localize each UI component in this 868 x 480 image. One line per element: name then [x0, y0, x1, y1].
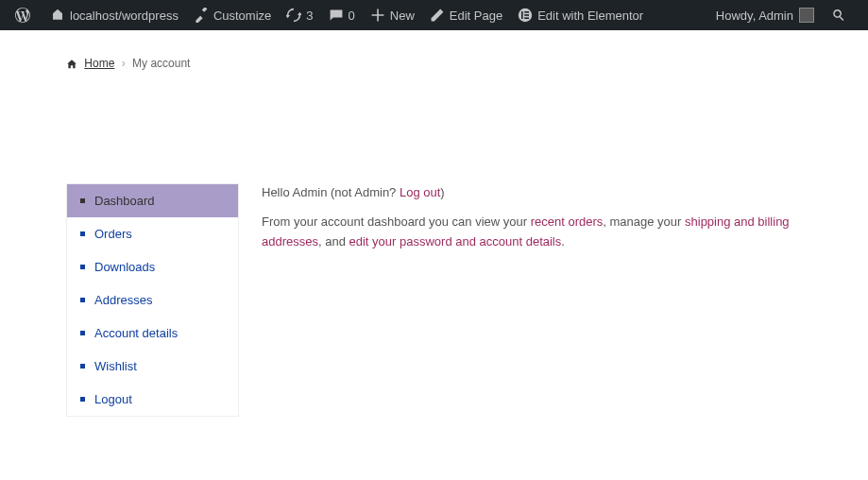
- nav-item-dashboard[interactable]: Dashboard: [67, 184, 238, 217]
- bullet-icon: [80, 298, 85, 302]
- nav-item-label: Orders: [94, 227, 132, 241]
- nav-item-label: Dashboard: [94, 194, 155, 208]
- bullet-icon: [80, 198, 85, 203]
- howdy-label: Howdy, Admin: [716, 9, 793, 23]
- breadcrumb: Home › My account: [66, 49, 802, 98]
- logout-link[interactable]: Log out: [400, 185, 440, 199]
- edit-page-link[interactable]: Edit Page: [422, 0, 510, 30]
- update-icon: [286, 8, 301, 23]
- intro-d: .: [561, 234, 565, 249]
- breadcrumb-sep: ›: [122, 57, 126, 70]
- home-icon: [66, 59, 77, 70]
- elementor-label: Edit with Elementor: [537, 9, 643, 23]
- search-icon: [829, 6, 848, 25]
- account-content: DashboardOrdersDownloadsAddressesAccount…: [66, 98, 802, 417]
- elementor-icon: [518, 8, 533, 23]
- bullet-icon: [80, 231, 85, 236]
- dashboard-intro: From your account dashboard you can view…: [262, 213, 802, 252]
- nav-item-downloads[interactable]: Downloads: [67, 250, 238, 283]
- greeting-text: Hello Admin (not Admin? Log out): [262, 183, 802, 203]
- nav-item-addresses[interactable]: Addresses: [67, 283, 238, 317]
- svg-rect-1: [521, 11, 523, 19]
- my-account[interactable]: Howdy, Admin: [708, 0, 822, 30]
- bullet-icon: [80, 397, 85, 402]
- plus-icon: [370, 8, 385, 23]
- customize-label: Customize: [213, 9, 271, 23]
- nav-item-orders[interactable]: Orders: [67, 217, 238, 250]
- greeting-pre: Hello Admin (not Admin?: [262, 185, 400, 199]
- greeting-post: ): [440, 185, 444, 199]
- brush-icon: [194, 8, 209, 23]
- updates-link[interactable]: 3: [279, 0, 320, 30]
- bullet-icon: [80, 331, 85, 335]
- site-name-label: localhost/wordpress: [70, 9, 179, 23]
- nav-item-label: Logout: [94, 392, 132, 406]
- comment-icon: [329, 8, 344, 23]
- account-details-link[interactable]: edit your password and account details: [349, 234, 562, 249]
- svg-rect-2: [524, 11, 529, 13]
- recent-orders-link[interactable]: recent orders: [531, 214, 604, 229]
- comments-link[interactable]: 0: [321, 0, 363, 30]
- elementor-link[interactable]: Edit with Elementor: [510, 0, 651, 30]
- bullet-icon: [80, 364, 85, 369]
- account-nav: DashboardOrdersDownloadsAddressesAccount…: [66, 183, 239, 417]
- page-body: Home › My account DashboardOrdersDownloa…: [0, 30, 868, 436]
- comments-count: 0: [349, 9, 355, 23]
- account-main: Hello Admin (not Admin? Log out) From yo…: [262, 183, 802, 417]
- bullet-icon: [80, 265, 85, 269]
- search-toggle[interactable]: [822, 0, 860, 30]
- nav-item-account-details[interactable]: Account details: [67, 317, 238, 350]
- nav-item-label: Wishlist: [94, 359, 137, 373]
- wordpress-icon: [15, 8, 30, 23]
- site-name[interactable]: localhost/wordpress: [43, 0, 186, 30]
- avatar: [799, 8, 814, 23]
- nav-item-label: Downloads: [94, 260, 155, 274]
- wp-admin-bar: localhost/wordpress Customize 3 0 New Ed…: [0, 0, 868, 30]
- customize-link[interactable]: Customize: [186, 0, 279, 30]
- nav-item-label: Account details: [94, 326, 178, 340]
- breadcrumb-current: My account: [132, 57, 190, 70]
- intro-a: From your account dashboard you can view…: [262, 214, 531, 229]
- nav-item-logout[interactable]: Logout: [67, 383, 238, 416]
- nav-item-wishlist[interactable]: Wishlist: [67, 350, 238, 383]
- wp-logo[interactable]: [8, 0, 43, 30]
- breadcrumb-home[interactable]: Home: [84, 57, 114, 70]
- new-label: New: [390, 9, 415, 23]
- dashboard-icon: [50, 8, 65, 23]
- svg-rect-3: [524, 14, 529, 16]
- new-link[interactable]: New: [363, 0, 422, 30]
- intro-b: , manage your: [603, 214, 685, 229]
- pencil-icon: [430, 8, 445, 23]
- svg-rect-4: [524, 17, 529, 19]
- intro-c: , and: [318, 234, 349, 249]
- updates-count: 3: [306, 9, 313, 23]
- edit-page-label: Edit Page: [450, 9, 502, 23]
- nav-item-label: Addresses: [94, 293, 152, 307]
